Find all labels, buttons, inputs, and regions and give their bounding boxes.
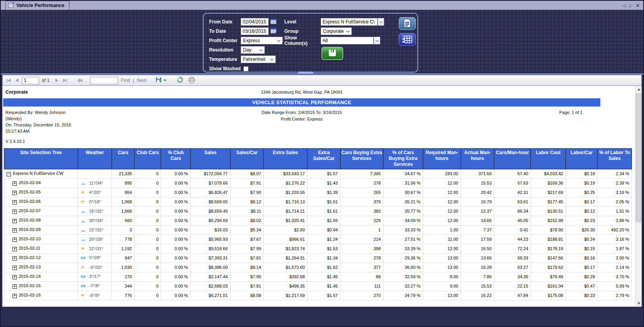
value-cell: $7.91 (230, 179, 264, 188)
report-meta: Requested By: Wendy Johnson (Wendy) On: … (3, 110, 600, 136)
site-cell: +2015-02-15 (4, 282, 78, 291)
value-cell: $0.25 (566, 188, 598, 197)
expand-icon[interactable]: + (12, 200, 17, 204)
value-cell: 0.00 % (161, 188, 190, 197)
expand-icon[interactable]: + (12, 294, 17, 298)
value-cell: $7,393.31 (190, 254, 230, 263)
value-cell: $8.12 (230, 197, 264, 207)
expand-icon[interactable]: + (12, 219, 17, 223)
value-cell: 371.66 (461, 169, 494, 179)
value-cell: 0 (135, 207, 161, 216)
value-cell: 69.33 (494, 254, 531, 263)
value-cell: 7.37 (461, 226, 494, 235)
weather-cell: ❄❄5°/28° (78, 254, 112, 263)
cloud-icon: ☁ (80, 217, 88, 224)
value-cell: 7,396 (340, 169, 383, 179)
scroll-tabs-right-icon[interactable]: ▷ (629, 4, 632, 8)
last-page-button[interactable] (62, 78, 69, 83)
expand-icon[interactable]: + (12, 238, 17, 242)
expand-icon[interactable]: + (12, 266, 17, 270)
collapse-icon[interactable]: − (7, 172, 11, 176)
previous-page-button[interactable] (14, 78, 20, 83)
value-cell: 57.63 (494, 179, 531, 188)
value-cell: 225 (340, 216, 383, 226)
splitter-handle[interactable] (298, 71, 314, 74)
expand-icon[interactable]: + (12, 228, 17, 233)
profit-center-select[interactable]: Express (241, 37, 283, 44)
value-cell: $0.47 (566, 282, 598, 291)
expand-icon[interactable]: + (12, 247, 17, 251)
run-report-button[interactable] (321, 47, 343, 60)
weather-cell: ☁30°/34° (78, 216, 112, 226)
value-cell: $2,688.03 (190, 282, 230, 291)
expand-icon[interactable]: + (12, 210, 17, 214)
value-cell: $217.69 (531, 188, 566, 197)
temperature-range-label: 12°/31° (89, 246, 103, 251)
export-button[interactable] (154, 76, 168, 85)
show-columns-dropdown-button[interactable] (374, 37, 380, 44)
value-cell: $177.45 (531, 197, 566, 207)
parent-report-button[interactable] (76, 77, 84, 84)
scroll-up-icon[interactable] (635, 86, 642, 92)
value-cell: 21,335 (112, 169, 135, 179)
show-washed-checkbox[interactable] (243, 66, 248, 71)
to-date-input[interactable] (241, 27, 269, 35)
refresh-button[interactable] (175, 76, 185, 85)
site-label: 2015-02-09 (19, 227, 41, 232)
temperature-select[interactable]: Fahrenheit (241, 55, 276, 63)
value-cell: 2.00 % (598, 254, 632, 263)
scroll-down-icon[interactable] (635, 300, 642, 307)
value-cell: $130.51 (531, 207, 566, 216)
show-washed-label: Show Washed (209, 66, 243, 71)
value-cell: 3 (112, 226, 135, 235)
value-cell: 0.00 % (161, 226, 190, 235)
value-cell: 31.06 % (383, 179, 423, 188)
first-page-button[interactable] (5, 78, 12, 83)
page-number-input[interactable] (22, 77, 39, 84)
column-header: Extra Sales/Car (307, 149, 341, 169)
close-icon[interactable]: × (636, 3, 639, 8)
expand-icon[interactable]: + (12, 191, 17, 195)
temperature-range-label: 30°/34° (89, 218, 103, 223)
table-row: +2015-02-05☀4°/33°86400.00 %$6,826.47$7.… (4, 188, 632, 197)
value-cell: 0 (135, 282, 161, 291)
scrollbar-thumb[interactable] (636, 93, 641, 222)
expand-icon[interactable]: + (12, 284, 17, 289)
level-dropdown-button[interactable] (378, 18, 384, 26)
scroll-tabs-left-icon[interactable]: ◁ (623, 4, 626, 8)
value-cell: 0.00 % (161, 235, 190, 244)
date-range-line: Date Range From: 2/4/2015 To: 3/16/2015 (3, 110, 600, 115)
value-cell: 0.00 % (161, 244, 190, 254)
report-view-button[interactable] (399, 17, 416, 30)
value-cell: 12.00 (423, 216, 461, 226)
expand-icon[interactable]: + (12, 275, 17, 279)
value-cell: 16.50 (461, 244, 494, 254)
value-cell: 12.00 (423, 244, 461, 254)
from-date-input[interactable] (241, 18, 269, 26)
search-input[interactable] (90, 77, 118, 84)
value-cell: 15.53 (461, 179, 494, 188)
value-cell: $966.61 (264, 235, 307, 244)
splitter-bar[interactable] (1, 73, 643, 75)
to-date-calendar-icon[interactable] (270, 28, 277, 35)
find-link[interactable]: Find (121, 78, 130, 83)
tab-vehicle-performance[interactable]: Vehicle Performance (5, 1, 69, 10)
vertical-scrollbar[interactable] (635, 86, 642, 307)
from-date-calendar-icon[interactable] (270, 18, 277, 25)
next-link[interactable]: Next (137, 78, 147, 83)
value-cell: $147.56 (531, 254, 566, 263)
expand-icon[interactable]: + (12, 256, 17, 261)
value-cell: 0.00 % (161, 207, 190, 216)
resolution-select[interactable]: Day (241, 46, 265, 54)
snow-icon: ❄❄ (80, 256, 88, 261)
weather-cell: ☁16°/32° (78, 207, 112, 216)
print-button[interactable] (187, 76, 197, 85)
report-content: Corporate 1349 Jacobsburg Rd, Wind Gap, … (2, 86, 642, 300)
group-select[interactable]: Corporate (321, 27, 352, 35)
tab-label: Vehicle Performance (16, 3, 64, 8)
next-page-button[interactable] (54, 78, 60, 83)
expand-icon[interactable]: + (12, 181, 17, 186)
value-cell: $8.11 (230, 207, 264, 216)
grid-view-button[interactable] (399, 33, 416, 46)
value-cell: 20.42 (461, 188, 494, 197)
